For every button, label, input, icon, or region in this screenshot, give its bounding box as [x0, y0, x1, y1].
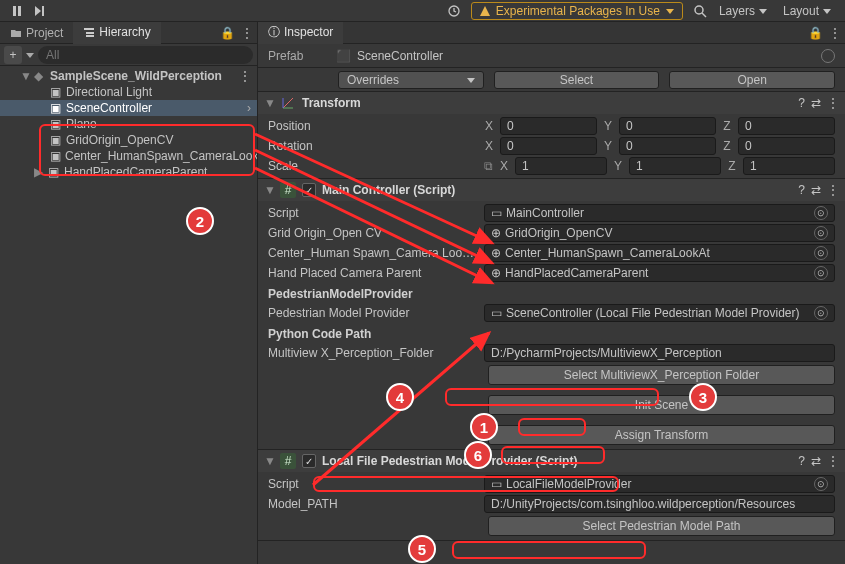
component-header[interactable]: ▼#✓ Main Controller (Script) ?⇄⋮ [258, 179, 845, 201]
menu-icon[interactable]: ⋮ [237, 22, 257, 43]
center-ref[interactable]: ⊕Center_HumanSpawn_CameraLookAt⊙ [484, 244, 835, 262]
component-title: Main Controller (Script) [322, 183, 792, 197]
rot-z[interactable]: 0 [738, 137, 835, 155]
item-label: Directional Light [66, 85, 152, 99]
scene-row[interactable]: ▼◆SampleScene_WildPerception⋮ [0, 68, 257, 84]
add-button[interactable]: + [4, 46, 22, 64]
menu-icon[interactable]: ⋮ [827, 96, 839, 110]
svg-rect-11 [84, 28, 94, 30]
help-icon[interactable]: ? [798, 454, 805, 468]
select-folder-button[interactable]: Select MultiviewX_Perception Folder [488, 365, 835, 385]
enable-checkbox[interactable]: ✓ [302, 454, 316, 468]
ref-value: SceneController (Local File Pedestrian M… [506, 306, 799, 320]
preset-icon[interactable]: ⇄ [811, 183, 821, 197]
select-modelpath-button[interactable]: Select Pedestrian Model Path [488, 516, 835, 536]
help-icon[interactable]: ? [798, 183, 805, 197]
script-icon: # [280, 182, 296, 198]
layout-label: Layout [783, 4, 819, 18]
pos-y[interactable]: 0 [619, 117, 716, 135]
preset-icon[interactable]: ⇄ [811, 454, 821, 468]
prop-label: Script [268, 206, 478, 220]
pos-x[interactable]: 0 [500, 117, 597, 135]
component-title: Local File Pedestrian Model Provider (Sc… [322, 454, 792, 468]
handcam-ref[interactable]: ⊕HandPlacedCameraParent⊙ [484, 264, 835, 282]
layers-dropdown[interactable]: Layers [719, 4, 767, 18]
tab-hierarchy[interactable]: Hierarchy [73, 22, 160, 44]
scl-x[interactable]: 1 [515, 157, 607, 175]
hierarchy-item[interactable]: ▣Center_HumanSpawn_CameraLookAt [0, 148, 257, 164]
select-button[interactable]: Select [494, 71, 660, 89]
script-ref[interactable]: ▭LocalFileModelProvider⊙ [484, 475, 835, 493]
objpicker-icon[interactable]: ⊙ [814, 206, 828, 220]
step-icon[interactable] [30, 2, 48, 20]
prefab-header: Prefab ⬛SceneController [258, 44, 845, 68]
svg-marker-10 [823, 9, 831, 14]
scl-y[interactable]: 1 [629, 157, 721, 175]
modelpath-field[interactable]: D:/UnityProjects/com.tsinghloo.wildperce… [484, 495, 835, 513]
objpicker-icon[interactable]: ⊙ [814, 246, 828, 260]
circle-icon[interactable] [821, 49, 835, 63]
menu-icon[interactable]: ⋮ [825, 22, 845, 43]
gameobject-icon: ▣ [48, 165, 60, 179]
component-header[interactable]: ▼ Transform ?⇄⋮ [258, 92, 845, 114]
tab-label: Hierarchy [99, 25, 150, 39]
script-icon: ▭ [491, 206, 502, 220]
objpicker-icon[interactable]: ⊙ [814, 477, 828, 491]
objpicker-icon[interactable]: ⊙ [814, 226, 828, 240]
svg-marker-9 [759, 9, 767, 14]
hierarchy-item[interactable]: ▶▣HandPlacedCameraParent [0, 164, 257, 180]
lock-icon[interactable]: 🔒 [217, 22, 237, 43]
pause-icon[interactable] [8, 2, 26, 20]
link-icon[interactable]: ⧉ [484, 159, 493, 173]
menu-icon[interactable]: ⋮ [827, 454, 839, 468]
gameobject-icon: ▣ [50, 101, 62, 115]
script-ref[interactable]: ▭MainController⊙ [484, 204, 835, 222]
svg-rect-13 [86, 35, 94, 37]
layout-dropdown[interactable]: Layout [783, 4, 831, 18]
prefab-label: Prefab [268, 49, 326, 63]
rot-y[interactable]: 0 [619, 137, 716, 155]
hierarchy-item[interactable]: ▣GridOrigin_OpenCV [0, 132, 257, 148]
objpicker-icon[interactable]: ⊙ [814, 306, 828, 320]
init-scene-button[interactable]: Init Scene [488, 395, 835, 415]
search-icon[interactable] [691, 2, 709, 20]
svg-rect-12 [86, 32, 94, 34]
component-header[interactable]: ▼#✓ Local File Pedestrian Model Provider… [258, 450, 845, 472]
assign-transform-button[interactable]: Assign Transform [488, 425, 835, 445]
scl-z[interactable]: 1 [743, 157, 835, 175]
lock-icon[interactable]: 🔒 [805, 22, 825, 43]
hierarchy-item[interactable]: ▣Plane [0, 116, 257, 132]
section-head: Python Code Path [258, 323, 845, 343]
field-value: D:/PycharmProjects/MultiviewX_Perception [491, 346, 722, 360]
tab-project[interactable]: Project [0, 22, 73, 43]
scene-name: SampleScene_WildPerception [50, 69, 222, 83]
svg-line-16 [283, 98, 293, 108]
hierarchy-tree[interactable]: ▼◆SampleScene_WildPerception⋮ ▣Direction… [0, 66, 257, 564]
grid-origin-ref[interactable]: ⊕GridOrigin_OpenCV⊙ [484, 224, 835, 242]
help-icon[interactable]: ? [798, 96, 805, 110]
experimental-warning[interactable]: Experimental Packages In Use [471, 2, 683, 20]
item-label: HandPlacedCameraParent [64, 165, 207, 179]
menu-icon[interactable]: ⋮ [827, 183, 839, 197]
hierarchy-item[interactable]: ▣Directional Light [0, 84, 257, 100]
transform-component: ▼ Transform ?⇄⋮ PositionX0Y0Z0 RotationX… [258, 92, 845, 179]
open-button[interactable]: Open [669, 71, 835, 89]
enable-checkbox[interactable]: ✓ [302, 183, 316, 197]
objpicker-icon[interactable]: ⊙ [814, 266, 828, 280]
preset-icon[interactable]: ⇄ [811, 96, 821, 110]
overrides-dropdown[interactable]: Overrides [338, 71, 484, 89]
prefab-toolbar: Overrides Select Open [258, 68, 845, 92]
pmp-ref[interactable]: ▭SceneController (Local File Pedestrian … [484, 304, 835, 322]
hierarchy-item[interactable]: ▣SceneController› [0, 100, 257, 116]
item-label: SceneController [66, 101, 152, 115]
pcp-field[interactable]: D:/PycharmProjects/MultiviewX_Perception [484, 344, 835, 362]
tab-label: Inspector [284, 25, 333, 39]
inspector-icon: ⓘ [268, 24, 280, 41]
history-icon[interactable] [445, 2, 463, 20]
rot-x[interactable]: 0 [500, 137, 597, 155]
overrides-label: Overrides [347, 73, 399, 87]
pos-z[interactable]: 0 [738, 117, 835, 135]
svg-rect-0 [13, 6, 16, 16]
tab-inspector[interactable]: ⓘInspector [258, 22, 343, 44]
search-input[interactable] [38, 46, 253, 64]
